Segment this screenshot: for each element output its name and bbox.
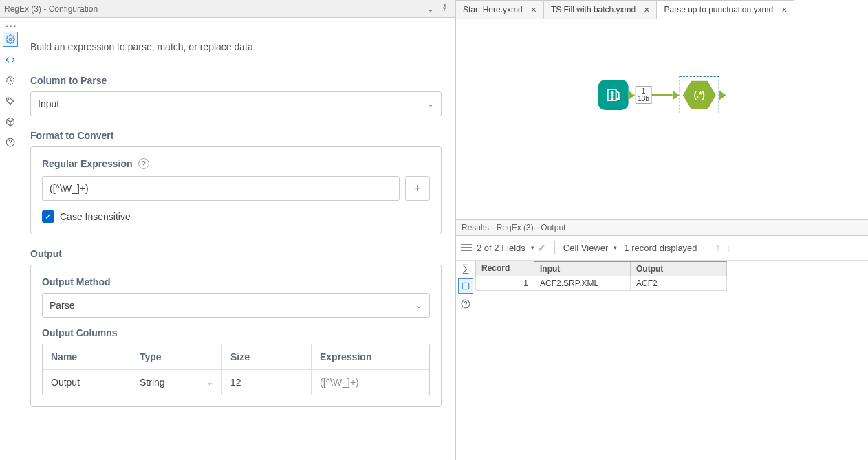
output-columns-table: Name Type Size Expression Output String … <box>42 344 430 395</box>
caret-down-icon[interactable]: ▾ <box>614 244 617 251</box>
cell-viewer-label[interactable]: Cell Viewer <box>563 243 609 253</box>
outcol-name[interactable]: Output <box>43 370 131 395</box>
format-to-convert-label: Format to Convert <box>30 130 442 141</box>
workflow-canvas[interactable]: 1 13b (.*) <box>456 19 868 219</box>
svg-point-4 <box>611 92 612 94</box>
fields-count[interactable]: 2 of 2 Fields <box>477 243 525 253</box>
workspace: Start Here.yxmd × TS Fill with batch.yxm… <box>456 0 868 460</box>
tab-ts-fill[interactable]: TS Fill with batch.yxmd × <box>544 0 658 19</box>
config-side-tabs <box>0 30 21 460</box>
outcol-type[interactable]: String ⌄ <box>131 370 221 395</box>
results-body: ∑ Record Input Output 1 ACF2.SRP.XML ACF… <box>456 261 868 461</box>
help-icon[interactable] <box>458 296 473 311</box>
records-displayed: 1 record displayed <box>624 243 697 253</box>
chevron-down-icon: ⌄ <box>427 99 434 109</box>
tab-start-here[interactable]: Start Here.yxmd × <box>456 0 544 19</box>
regex-tool-node[interactable]: (.*) <box>683 80 716 110</box>
output-method-value: Parse <box>50 300 75 311</box>
tag-icon[interactable] <box>3 94 18 109</box>
column-to-parse-value: Input <box>38 98 59 109</box>
regex-input[interactable] <box>42 176 400 201</box>
selected-tool[interactable]: (.*) <box>680 76 719 113</box>
refresh-icon[interactable] <box>3 73 18 88</box>
input-tool-node[interactable] <box>598 80 628 110</box>
cell-output: ACF2 <box>631 276 727 290</box>
config-header: RegEx (3) - Configuration ⌄ <box>0 0 455 18</box>
close-icon[interactable]: × <box>644 4 649 15</box>
workflow-tabs: Start Here.yxmd × TS Fill with batch.yxm… <box>456 0 868 19</box>
data-view-icon[interactable] <box>458 278 473 294</box>
output-columns-label: Output Columns <box>42 327 430 338</box>
check-icon[interactable]: ✔ <box>537 241 546 254</box>
collapse-icon[interactable]: ⌄ <box>424 4 437 14</box>
col-output[interactable]: Output <box>631 261 727 276</box>
overflow-dots-icon[interactable]: ... <box>0 18 455 30</box>
svg-rect-7 <box>462 283 468 289</box>
output-label: Output <box>30 248 442 259</box>
results-toolbar: 2 of 2 Fields ▾ ✔ Cell Viewer ▾ 1 record… <box>456 236 868 261</box>
arrow-up-icon[interactable]: ↑ <box>715 242 722 253</box>
table-row[interactable]: Output String ⌄ 12 ([^\W_]+) <box>43 369 429 395</box>
regex-label: Regular Expression ? <box>42 158 430 169</box>
col-header-type: Type <box>131 344 221 369</box>
chevron-down-icon: ⌄ <box>206 377 213 387</box>
output-group: Output Method Parse ⌄ Output Columns Nam… <box>30 265 442 407</box>
col-input[interactable]: Input <box>534 261 631 276</box>
column-to-parse-select[interactable]: Input ⌄ <box>30 91 442 116</box>
sigma-icon[interactable]: ∑ <box>458 261 473 276</box>
svg-point-2 <box>8 99 9 100</box>
cell-record: 1 <box>476 276 534 290</box>
output-anchor[interactable] <box>719 90 726 100</box>
config-description: Build an expression to parse, match, or … <box>30 37 442 61</box>
table-header-row: Name Type Size Expression <box>43 344 429 369</box>
case-insensitive-label: Case Insensitive <box>60 211 131 222</box>
results-title: Results - RegEx (3) - Output <box>462 223 565 232</box>
svg-point-6 <box>611 98 612 99</box>
output-method-label: Output Method <box>42 276 430 287</box>
outcol-size[interactable]: 12 <box>221 370 311 395</box>
caret-down-icon[interactable]: ▾ <box>531 244 534 251</box>
column-to-parse-label: Column to Parse <box>30 75 442 86</box>
connector[interactable] <box>652 94 673 96</box>
col-header-size: Size <box>221 344 311 369</box>
results-header-row: Record Input Output <box>476 261 727 276</box>
separator <box>554 241 555 254</box>
output-method-select[interactable]: Parse ⌄ <box>42 293 430 318</box>
pin-icon[interactable] <box>437 3 451 14</box>
code-icon[interactable] <box>3 52 18 67</box>
gear-icon[interactable] <box>3 32 18 47</box>
output-anchor[interactable] <box>628 90 635 100</box>
config-content: Build an expression to parse, match, or … <box>21 30 455 460</box>
config-panel: RegEx (3) - Configuration ⌄ ... <box>0 0 456 460</box>
svg-point-0 <box>9 38 12 41</box>
col-header-name: Name <box>43 344 131 369</box>
add-expression-button[interactable]: + <box>405 176 430 201</box>
results-row[interactable]: 1 ACF2.SRP.XML ACF2 <box>476 276 727 290</box>
record-count-badge: 1 13b <box>635 86 652 104</box>
results-table: Record Input Output 1 ACF2.SRP.XML ACF2 <box>475 261 868 461</box>
separator <box>706 241 706 254</box>
separator <box>741 241 741 254</box>
help-circle-icon[interactable]: ? <box>138 158 149 169</box>
close-icon[interactable]: × <box>531 4 536 15</box>
outcol-expr: ([^\W_]+) <box>311 370 429 395</box>
col-record[interactable]: Record <box>476 261 534 276</box>
case-insensitive-checkbox[interactable]: ✓ <box>42 210 54 223</box>
rows-icon[interactable] <box>459 240 474 255</box>
cell-input: ACF2.SRP.XML <box>534 276 631 290</box>
format-group: Regular Expression ? + ✓ Case Insensitiv… <box>30 146 442 234</box>
results-header: Results - RegEx (3) - Output <box>456 219 868 236</box>
arrow-down-icon[interactable]: ↓ <box>725 242 733 253</box>
config-title: RegEx (3) - Configuration <box>4 4 424 14</box>
input-anchor[interactable] <box>673 90 680 100</box>
svg-point-5 <box>611 95 612 96</box>
chevron-down-icon: ⌄ <box>415 300 422 310</box>
col-header-expr: Expression <box>311 344 429 369</box>
help-icon[interactable] <box>3 135 18 150</box>
tab-parse-punctuation[interactable]: Parse up to punctuation.yxmd × <box>657 0 794 19</box>
package-icon[interactable] <box>3 114 18 129</box>
close-icon[interactable]: × <box>781 4 787 15</box>
